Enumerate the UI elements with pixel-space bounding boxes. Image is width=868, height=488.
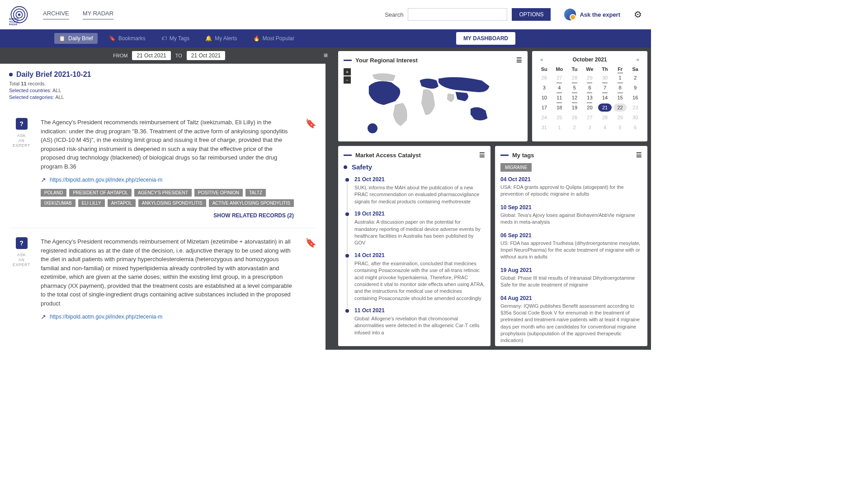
tag[interactable]: ANKYLOSING SPONDYLITIS	[138, 199, 206, 207]
mytag-item[interactable]: 10 Sep 2021Global: Teva's Ajovy loses ag…	[500, 204, 642, 226]
cal-day[interactable]: 30	[598, 74, 612, 82]
cal-day[interactable]: 2	[628, 74, 642, 82]
mytag-item[interactable]: 06 Sep 2021US: FDA has approved Trudhesa…	[500, 232, 642, 261]
timeline-date: 19 Oct 2021	[354, 211, 485, 217]
timeline-item[interactable]: 19 Oct 2021Australia: A discussion paper…	[344, 211, 485, 247]
cal-day[interactable]: 3	[583, 123, 597, 131]
cal-day[interactable]: 15	[613, 94, 627, 102]
bookmark-icon[interactable]: 🔖	[305, 118, 316, 219]
cal-dow: We	[583, 66, 597, 72]
cal-day[interactable]: 9	[628, 84, 642, 92]
to-label: TO	[175, 53, 182, 58]
nav-links: ARCHIVE MY RADAR	[43, 10, 113, 19]
tag[interactable]: POLAND	[41, 189, 66, 197]
cal-day[interactable]: 27	[553, 74, 566, 82]
cal-day[interactable]: 10	[538, 94, 551, 102]
cal-day[interactable]: 31	[538, 123, 551, 131]
cal-prev[interactable]: «	[538, 56, 546, 63]
cal-day[interactable]: 5	[568, 84, 581, 92]
ask-expert-box[interactable]: ?ASKAN EXPERT	[9, 118, 34, 219]
cal-day[interactable]: 26	[568, 113, 581, 122]
tab-daily-brief[interactable]: 📋Daily Brief	[54, 33, 98, 44]
cal-day[interactable]: 8	[613, 84, 627, 92]
ask-expert-box[interactable]: ?ASKAN EXPERT	[9, 237, 34, 320]
tab-my-tags[interactable]: 🏷My Tags	[157, 33, 194, 44]
cal-next[interactable]: »	[633, 56, 642, 63]
cal-day[interactable]: 7	[598, 84, 612, 92]
cal-day[interactable]: 29	[613, 113, 627, 122]
search-input[interactable]	[408, 8, 507, 21]
tab-label: My Tags	[170, 35, 189, 42]
sliders-icon[interactable]: ☰	[516, 56, 522, 64]
to-date[interactable]: 21 Oct 2021	[187, 51, 225, 60]
show-related[interactable]: SHOW RELATED RECORDS (2)	[41, 212, 294, 219]
tab-my-alerts[interactable]: 🔔My Alerts	[201, 33, 241, 44]
nav-archive[interactable]: ARCHIVE	[43, 10, 69, 19]
cal-day[interactable]: 24	[538, 113, 551, 122]
cal-day[interactable]: 6	[583, 84, 597, 92]
cal-day[interactable]: 1	[613, 74, 627, 82]
tag[interactable]: PRESIDENT OF AHTAPOL	[69, 189, 132, 197]
cal-day[interactable]: 17	[538, 103, 551, 112]
cal-day[interactable]: 28	[568, 74, 581, 82]
cal-day[interactable]: 3	[538, 84, 551, 92]
cal-day[interactable]: 18	[553, 103, 566, 112]
from-date[interactable]: 21 Oct 2021	[132, 51, 170, 60]
cal-day[interactable]: 13	[583, 94, 597, 102]
sliders-icon[interactable]: ☰	[479, 151, 485, 159]
cal-day[interactable]: 12	[568, 94, 581, 102]
cal-day[interactable]: 5	[613, 123, 627, 131]
dashboard-button[interactable]: MY DASHBOARD	[456, 32, 515, 45]
cal-day[interactable]: 28	[598, 113, 612, 122]
cal-day[interactable]: 1	[553, 123, 566, 131]
blue-bar: 📋Daily Brief🔖Bookmarks🏷My Tags🔔My Alerts…	[0, 29, 651, 47]
cal-day[interactable]: 2	[568, 123, 581, 131]
cal-day[interactable]: 27	[583, 113, 597, 122]
cal-day[interactable]: 16	[628, 94, 642, 102]
cal-day[interactable]: 26	[538, 74, 551, 82]
zoom-in[interactable]: +	[344, 68, 351, 75]
nav-my-radar[interactable]: MY RADAR	[83, 10, 113, 19]
timeline-item[interactable]: 21 Oct 2021SUKL informs the MAH about th…	[344, 176, 485, 205]
mytag-chip[interactable]: MIGRAINE	[500, 163, 532, 172]
cal-day[interactable]: 20	[583, 103, 597, 112]
filter-icon[interactable]: ≡	[324, 52, 328, 60]
cal-day[interactable]: 21	[598, 103, 612, 112]
zoom-out[interactable]: −	[344, 76, 351, 84]
cal-day[interactable]: 11	[553, 94, 566, 102]
options-button[interactable]: OPTIONS	[512, 8, 551, 21]
cal-day[interactable]: 19	[568, 103, 581, 112]
tag[interactable]: AGENCY'S PRESIDENT	[134, 189, 192, 197]
record-link[interactable]: ↗https://bipold.aotm.gov.pl/index.php/zl…	[41, 313, 294, 320]
cal-day[interactable]: 14	[598, 94, 612, 102]
tag[interactable]: POSITIVE OPINION	[194, 189, 243, 197]
mytag-item[interactable]: 04 Aug 2021Germany: IQWiG publishes Bene…	[500, 295, 642, 344]
tag[interactable]: AHTAPOL	[108, 199, 136, 207]
tab-most-popular[interactable]: 🔥Most Popular	[249, 33, 299, 44]
cal-day[interactable]: 6	[628, 123, 642, 131]
tag[interactable]: ELI LILLY	[78, 199, 105, 207]
record: ?ASKAN EXPERTThe Agency's President reco…	[9, 228, 316, 320]
cal-day[interactable]: 22	[613, 103, 627, 112]
tag[interactable]: TALTZ	[245, 189, 266, 197]
bookmark-icon[interactable]: 🔖	[305, 237, 316, 320]
record-link[interactable]: ↗https://bipold.aotm.gov.pl/index.php/zl…	[41, 176, 294, 183]
tag[interactable]: IXEKIZUMAB	[41, 199, 75, 207]
cal-day[interactable]: 29	[583, 74, 597, 82]
tab-icon: 🔔	[205, 35, 212, 42]
cal-dow: Mo	[553, 66, 566, 72]
sliders-icon[interactable]: ☰	[636, 151, 642, 159]
timeline-item[interactable]: 11 Oct 2021Global: Allogene's revelation…	[344, 307, 485, 336]
cal-day[interactable]: 25	[553, 113, 566, 122]
mytag-item[interactable]: 19 Aug 2021Global: Phase III trial resul…	[500, 267, 642, 289]
settings-icon[interactable]: ⚙	[634, 9, 642, 20]
cal-day[interactable]: 30	[628, 113, 642, 122]
tag[interactable]: ACTIVE ANKYLOSING SPONDYLITIS	[209, 199, 294, 207]
cal-day[interactable]: 4	[553, 84, 566, 92]
mytag-item[interactable]: 04 Oct 2021USA: FDA grants approval to Q…	[500, 176, 642, 198]
ask-expert-link[interactable]: Ask the expert	[564, 9, 620, 20]
timeline-item[interactable]: 14 Oct 2021PRAC, after the examination, …	[344, 252, 485, 302]
tab-bookmarks[interactable]: 🔖Bookmarks	[104, 33, 150, 44]
cal-day[interactable]: 4	[598, 123, 612, 131]
cal-day[interactable]: 23	[628, 103, 642, 112]
